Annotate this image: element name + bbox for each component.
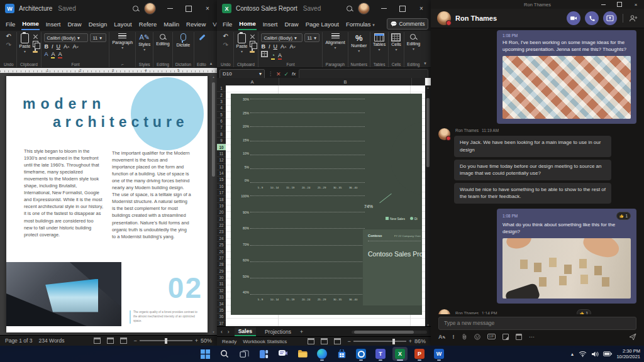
text-effects-icon[interactable]: A	[44, 51, 48, 57]
row-header-15[interactable]: 15	[217, 177, 226, 183]
row-header-20[interactable]: 20	[217, 209, 226, 216]
row-header-5[interactable]: 5	[217, 112, 226, 118]
grow-font-button[interactable]: A˄	[280, 43, 287, 50]
row-header-27[interactable]: 27	[217, 255, 226, 261]
row-header-28[interactable]: 28	[217, 261, 226, 268]
send-icon[interactable]	[629, 333, 636, 341]
gif-icon[interactable]: GIF	[487, 334, 496, 339]
select-all-corner[interactable]	[217, 78, 226, 85]
row-header-33[interactable]: 33	[217, 294, 226, 300]
borders-button[interactable]	[261, 51, 268, 57]
excel-tab-page-layout[interactable]: Page Layout	[305, 19, 340, 30]
excel-grid[interactable]: A B 123456789101112131415161718192021222…	[217, 78, 431, 327]
word-tab-file[interactable]: File	[5, 19, 16, 30]
row-header-36[interactable]: 36	[217, 314, 226, 320]
excel-tab-home[interactable]: Home	[238, 18, 256, 30]
received-message[interactable]: Hey Jack. We have been looking for a mai…	[454, 136, 611, 156]
volume-icon[interactable]	[591, 351, 599, 358]
screen-share-button[interactable]	[603, 11, 617, 25]
maximize-button[interactable]	[179, 0, 198, 17]
row-header-25[interactable]: 25	[217, 242, 226, 248]
row-header-21[interactable]: 21	[217, 216, 226, 222]
excel-tab-draw[interactable]: Draw	[284, 19, 299, 30]
format-painter-icon[interactable]	[33, 51, 38, 53]
row-header-6[interactable]: 6	[217, 118, 226, 124]
search-icon[interactable]	[132, 5, 140, 13]
row-header-10[interactable]: 10	[217, 144, 226, 150]
start-button[interactable]	[197, 347, 213, 361]
more-options-icon[interactable]: ⋯	[529, 334, 535, 340]
font-name-select[interactable]: Calibri (Body)▾	[261, 33, 303, 42]
account-avatar[interactable]	[144, 3, 156, 14]
word-tab-view[interactable]: View	[212, 19, 217, 30]
shrink-font-button[interactable]: A˅	[290, 43, 296, 50]
undo-icon[interactable]: ↶	[6, 33, 11, 40]
underline-button[interactable]: U	[56, 43, 60, 50]
row-header-9[interactable]: 9	[217, 138, 226, 144]
close-button[interactable]: ×	[412, 0, 431, 17]
row-header-14[interactable]: 14	[217, 170, 226, 177]
enter-icon[interactable]: ✓	[284, 71, 289, 77]
paste-button[interactable]: Paste▾	[236, 33, 248, 53]
number-button[interactable]: % Number▾	[351, 33, 367, 53]
normal-view-icon[interactable]	[308, 338, 314, 344]
taskbar-clock[interactable]: 2:30 PM 10/20/2021	[616, 348, 640, 360]
minimize-button[interactable]	[595, 0, 611, 9]
cut-icon[interactable]	[250, 34, 255, 39]
workbook-statistics-button[interactable]: Workbook Statistics	[243, 339, 287, 344]
row-header-7[interactable]: 7	[217, 124, 226, 131]
row-header-18[interactable]: 18	[217, 196, 226, 202]
row-header-26[interactable]: 26	[217, 248, 226, 255]
account-avatar[interactable]	[358, 3, 370, 14]
excel-tab-file[interactable]: File	[222, 19, 233, 30]
word-tab-references[interactable]: Refere	[138, 19, 158, 30]
cells-button[interactable]: Cells▾	[391, 33, 401, 52]
cut-icon[interactable]	[33, 34, 38, 39]
font-size-select[interactable]: 11▾	[90, 33, 106, 42]
contact-avatar[interactable]	[437, 11, 451, 25]
formula-bar-splitter[interactable]: ⋮	[268, 71, 273, 77]
page-layout-view-icon[interactable]	[321, 338, 328, 344]
copy-icon[interactable]	[33, 41, 38, 47]
word-tab-layout[interactable]: Layout	[113, 19, 133, 30]
received-message[interactable]: Would be nice to have something to be ab…	[454, 183, 611, 204]
row-header-24[interactable]: 24	[217, 236, 226, 242]
dictate-button[interactable]: Dictate	[176, 33, 190, 47]
importance-icon[interactable]: !	[453, 334, 455, 340]
excel-comments-button[interactable]: 💬Comments	[387, 18, 429, 30]
cancel-icon[interactable]: ✕	[276, 71, 281, 77]
received-message[interactable]: Do you have time today before our design…	[454, 160, 611, 180]
row-header-13[interactable]: 13	[217, 164, 226, 170]
close-button[interactable]: ×	[198, 0, 217, 17]
sheet-nav-right-icon[interactable]: ›	[228, 329, 230, 335]
fill-color-button[interactable]: ◔	[271, 52, 274, 58]
widgets-button[interactable]	[256, 347, 271, 361]
minimize-button[interactable]	[374, 0, 393, 17]
minimize-button[interactable]	[160, 0, 179, 17]
close-button[interactable]: ×	[628, 0, 644, 9]
redo-icon[interactable]: ↷	[223, 42, 228, 48]
word-tab-design[interactable]: Design	[88, 19, 108, 30]
alignment-button[interactable]: Alignment▾	[325, 33, 345, 50]
insert-function-icon[interactable]: fx	[292, 71, 296, 77]
show-hidden-icons-button[interactable]: ▲	[570, 352, 575, 356]
row-header-29[interactable]: 29	[217, 268, 226, 275]
maximize-button[interactable]	[393, 0, 412, 17]
undo-icon[interactable]: ↶	[223, 33, 228, 40]
redo-icon[interactable]: ↷	[6, 42, 11, 48]
scroll-up-icon[interactable]: ▴	[213, 75, 214, 79]
contact-avatar[interactable]	[438, 309, 450, 314]
thumbs-up-reaction[interactable]: 1	[616, 212, 631, 220]
scroll-down-icon[interactable]: ▾	[213, 330, 214, 334]
editing-button[interactable]: Editing	[156, 33, 169, 46]
font-name-select[interactable]: Calibri (Body)▾	[44, 33, 88, 42]
word-tab-insert[interactable]: Insert	[45, 19, 62, 30]
excel-tab-insert[interactable]: Insert	[262, 19, 279, 30]
word-page[interactable]: modern architecture This style began to …	[6, 76, 208, 332]
row-header-31[interactable]: 31	[217, 281, 226, 287]
chat-message-list[interactable]: 1:08 PM Hi Ron, I've been working on som…	[431, 28, 644, 314]
row-header-30[interactable]: 30	[217, 275, 226, 281]
bold-button[interactable]: B	[261, 43, 265, 50]
teams-taskbar-button[interactable]: T	[373, 347, 388, 361]
powerpoint-taskbar-button[interactable]: P	[412, 347, 427, 361]
